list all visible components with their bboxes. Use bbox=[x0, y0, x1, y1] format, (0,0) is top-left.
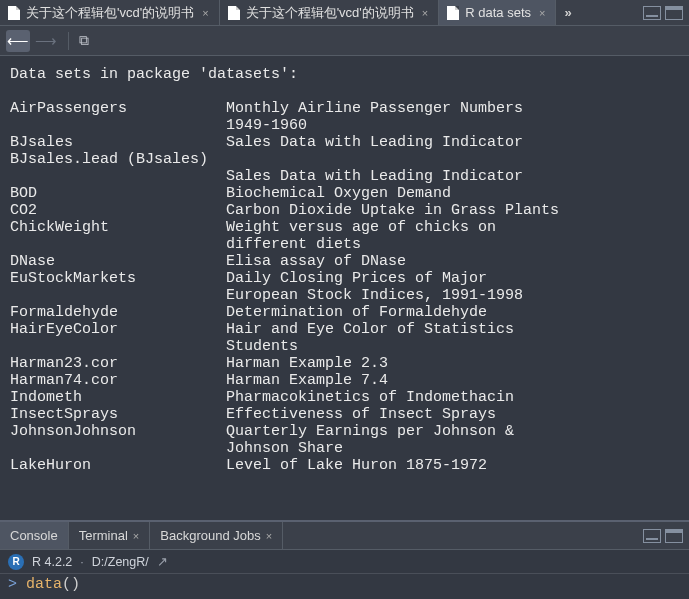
tab-label: 关于这个程辑包'vcd'的说明书 bbox=[246, 4, 414, 22]
editor-tab-1[interactable]: 关于这个程辑包'vcd'的说明书× bbox=[220, 0, 440, 25]
editor-tab-2[interactable]: R data sets× bbox=[439, 0, 556, 25]
tab-close-icon[interactable]: × bbox=[420, 7, 430, 19]
working-directory-label[interactable]: D:/ZengR/ bbox=[92, 555, 149, 569]
show-in-window-icon[interactable]: ⧉ bbox=[79, 32, 89, 49]
document-icon bbox=[447, 6, 459, 20]
editor-tabbar: 关于这个程辑包'vcd'的说明书×关于这个程辑包'vcd'的说明书×R data… bbox=[0, 0, 689, 26]
tab-label: Background Jobs bbox=[160, 528, 260, 543]
tab-overflow-button[interactable]: » bbox=[556, 5, 579, 20]
console-pane-controls bbox=[643, 529, 689, 543]
console-maximize-button[interactable] bbox=[665, 529, 683, 543]
document-icon bbox=[228, 6, 240, 20]
pane-maximize-button[interactable] bbox=[665, 6, 683, 20]
console-minimize-button[interactable] bbox=[643, 529, 661, 543]
viewer-toolbar: ⟵ ⟶ ⧉ bbox=[0, 26, 689, 56]
data-sets-listing: Data sets in package 'datasets': AirPass… bbox=[10, 66, 679, 474]
nav-forward-button[interactable]: ⟶ bbox=[34, 30, 58, 52]
console-tabbar: ConsoleTerminal×Background Jobs× bbox=[0, 522, 689, 550]
toolbar-divider bbox=[68, 32, 69, 50]
tab-close-icon[interactable]: × bbox=[200, 7, 210, 19]
tab-label: Console bbox=[10, 528, 58, 543]
pane-controls bbox=[643, 6, 689, 20]
tab-label: 关于这个程辑包'vcd'的说明书 bbox=[26, 4, 194, 22]
editor-tab-0[interactable]: 关于这个程辑包'vcd'的说明书× bbox=[0, 0, 220, 25]
tab-close-icon[interactable]: × bbox=[537, 7, 547, 19]
console-tab-terminal[interactable]: Terminal× bbox=[69, 522, 151, 549]
console-tab-background-jobs[interactable]: Background Jobs× bbox=[150, 522, 283, 549]
tab-label: R data sets bbox=[465, 5, 531, 20]
document-icon bbox=[8, 6, 20, 20]
tab-label: Terminal bbox=[79, 528, 128, 543]
console-input-parens: () bbox=[62, 576, 80, 593]
console-info-bar: R R 4.2.2 · D:/ZengR/ ↗ bbox=[0, 550, 689, 574]
tab-close-icon[interactable]: × bbox=[133, 530, 139, 542]
tab-close-icon[interactable]: × bbox=[266, 530, 272, 542]
separator-dot: · bbox=[80, 555, 83, 569]
nav-back-button[interactable]: ⟵ bbox=[6, 30, 30, 52]
r-logo-icon: R bbox=[8, 554, 24, 570]
open-folder-icon[interactable]: ↗ bbox=[157, 554, 168, 569]
console-tab-console[interactable]: Console bbox=[0, 522, 69, 549]
data-sets-viewer: Data sets in package 'datasets': AirPass… bbox=[0, 56, 689, 520]
console-input-call: data bbox=[26, 576, 62, 593]
console-prompt: > bbox=[8, 576, 17, 593]
pane-minimize-button[interactable] bbox=[643, 6, 661, 20]
r-version-label: R 4.2.2 bbox=[32, 555, 72, 569]
console-output[interactable]: > data() bbox=[0, 574, 689, 599]
bottom-panel: ConsoleTerminal×Background Jobs× R R 4.2… bbox=[0, 520, 689, 599]
